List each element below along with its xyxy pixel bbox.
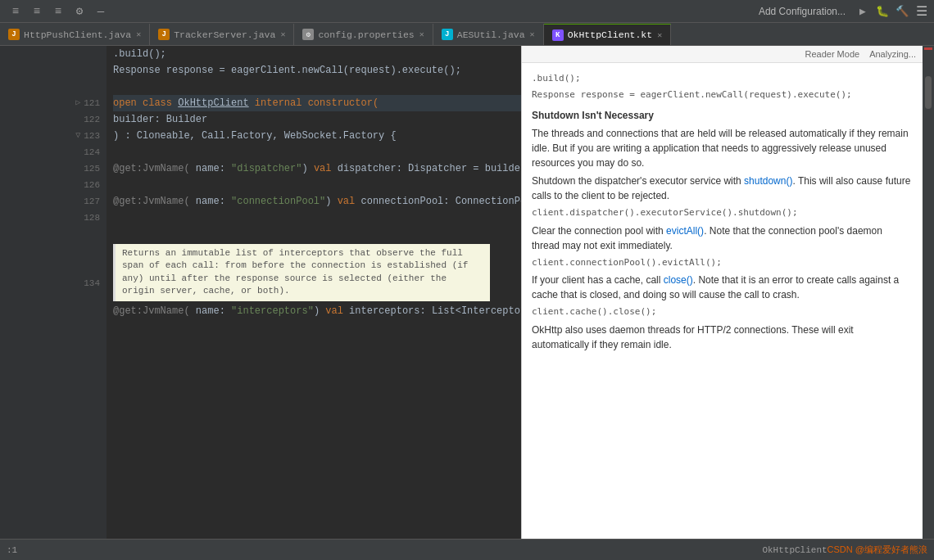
tab-config[interactable]: ⚙ config.properties ✕ [294, 24, 433, 45]
run-button[interactable]: ▶ [854, 2, 872, 20]
shutdown-link[interactable]: shutdown() [744, 175, 792, 187]
tab-httppush[interactable]: J HttpPushClient.java ✕ [0, 24, 150, 45]
line-row: 124 [0, 144, 100, 160]
doc-code-shutdown: client.dispatcher().executorService().sh… [532, 206, 913, 220]
line-numbers: ▷ 121 122 ▽ 123 124 125 126 127 128 134 [0, 46, 107, 539]
doc-code-evict: client.connectionPool().evictAll(); [532, 256, 913, 270]
line-row: ▽ 123 [0, 128, 100, 144]
doc-code-build: .build(); [532, 72, 913, 86]
code-line-blank1 [113, 79, 521, 95]
build-button[interactable]: 🔨 [893, 2, 911, 20]
doc-paragraph-1: The threads and connections that are hel… [532, 126, 913, 170]
code-line-128 [113, 210, 521, 226]
tab-close-config[interactable]: ✕ [419, 29, 424, 39]
line-row [0, 242, 100, 259]
hamburger-menu[interactable]: ☰ [916, 3, 927, 20]
line-row [0, 259, 100, 275]
props-icon: ⚙ [302, 29, 314, 40]
code-line-134: @get:JvmName( name: "interceptors") val … [113, 303, 521, 319]
line-row: 122 [0, 111, 100, 128]
code-line-123: ) : Cloneable, Call.Factory, WebSocket.F… [113, 128, 521, 144]
error-marker [924, 47, 932, 50]
doc-paragraph-2: Shutdown the dispatcher's executor servi… [532, 174, 913, 203]
indent-icon[interactable]: ≡ [49, 2, 67, 20]
class-name-label: OkHttpClient [762, 545, 827, 555]
format-icon[interactable]: ≡ [7, 2, 25, 20]
doc-body: .build(); Response response = eagerClien… [522, 63, 923, 362]
tab-close-tracker[interactable]: ✕ [280, 29, 285, 39]
tab-close-okhttp[interactable]: ✕ [657, 30, 662, 40]
doc-paragraph-5: OkHttp also uses daemon threads for HTTP… [532, 323, 913, 352]
line-row [0, 226, 100, 242]
code-line-blank2 [113, 226, 521, 242]
tab-label-tracker: TrackerServer.java [174, 29, 275, 40]
java-icon-2: J [158, 29, 170, 40]
code-line-build: .build(); [113, 46, 521, 62]
code-line-122: builder: Builder [113, 111, 521, 128]
doc-code-close: client.cache().close(); [532, 305, 913, 319]
doc-paragraph-4: If your client has a cache, call close()… [532, 273, 913, 302]
doc-panel: Reader Mode Analyzing... .build(); Respo… [521, 46, 923, 539]
line-row [0, 46, 100, 62]
tab-label-config: config.properties [318, 29, 414, 40]
top-toolbar: ≡ ≡ ≡ ⚙ — Add Configuration... ▶ 🐛 🔨 ☰ [0, 0, 934, 23]
brand-label: CSDN @编程爱好者熊浪 [827, 544, 927, 554]
toolbar-icons: ≡ ≡ ≡ ⚙ — [7, 2, 110, 20]
line-row: ▷ 121 [0, 95, 100, 111]
scrollbar-thumb[interactable] [925, 76, 932, 109]
add-configuration-button[interactable]: Add Configuration... [752, 4, 852, 19]
line-row [0, 79, 100, 95]
code-content: .build(); Response response = eagerClien… [107, 46, 521, 319]
analyzing-label: Analyzing... [869, 49, 916, 59]
code-editor[interactable]: .build(); Response response = eagerClien… [107, 46, 521, 539]
java-icon: J [8, 29, 20, 40]
minimize-icon[interactable]: — [92, 2, 110, 20]
kotlin-icon: K [552, 29, 564, 41]
tab-label-aesutil: AESUtil.java [457, 29, 525, 40]
tab-label-okhttp: OkHttpClient.kt [568, 29, 653, 40]
line-row: 127 [0, 193, 100, 210]
main-area: ▷ 121 122 ▽ 123 124 125 126 127 128 134 … [0, 46, 934, 539]
line-row: 125 [0, 160, 100, 177]
tab-okhttp[interactable]: K OkHttpClient.kt ✕ [544, 24, 672, 45]
code-line-124 [113, 144, 521, 160]
line-row: 134 [0, 275, 100, 291]
doc-section-shutdown: Shutdown Isn't Necessary [532, 108, 913, 123]
cursor-position: :1 [7, 545, 751, 555]
right-toolbar: Add Configuration... ▶ 🐛 🔨 ☰ [752, 2, 927, 20]
close-link[interactable]: close() [664, 274, 693, 286]
debug-button[interactable]: 🐛 [873, 2, 891, 20]
tab-aesutil[interactable]: J AESUtil.java ✕ [433, 24, 544, 45]
tab-close-aesutil[interactable]: ✕ [530, 29, 535, 39]
code-line-125: @get:JvmName( name: "dispatcher") val di… [113, 160, 521, 177]
reader-mode-link[interactable]: Reader Mode [805, 49, 859, 59]
evict-link[interactable]: evictAll() [666, 225, 704, 237]
code-line-126 [113, 177, 521, 193]
doc-toolbar: Reader Mode Analyzing... [522, 46, 923, 63]
tab-close-httppush[interactable]: ✕ [136, 29, 141, 39]
list-icon[interactable]: ≡ [28, 2, 46, 20]
code-line-response: Response response = eagerClient.newCall(… [113, 62, 521, 79]
doc-code-response: Response response = eagerClient.newCall(… [532, 88, 913, 102]
code-line-127: @get:JvmName( name: "connectionPool") va… [113, 193, 521, 210]
tab-label-httppush: HttpPushClient.java [24, 29, 131, 40]
doc-paragraph-3: Clear the connection pool with evictAll(… [532, 224, 913, 253]
status-path: OkHttpClient [751, 545, 827, 555]
tabs-row: J HttpPushClient.java ✕ J TrackerServer.… [0, 23, 934, 46]
tab-tracker[interactable]: J TrackerServer.java ✕ [150, 24, 294, 45]
status-bar: :1 OkHttpClient CSDN @编程爱好者熊浪 [0, 539, 934, 560]
settings-icon[interactable]: ⚙ [70, 2, 88, 20]
doc-inline-comment: Returns an immutable list of interceptor… [113, 244, 490, 301]
line-row: 126 [0, 177, 100, 193]
status-brand: CSDN @编程爱好者熊浪 [827, 544, 927, 556]
code-line-121: open class OkHttpClient internal constru… [113, 95, 521, 111]
line-row [0, 62, 100, 79]
right-scrollbar[interactable] [923, 46, 934, 539]
line-row: 128 [0, 210, 100, 226]
util-icon: J [442, 29, 453, 40]
